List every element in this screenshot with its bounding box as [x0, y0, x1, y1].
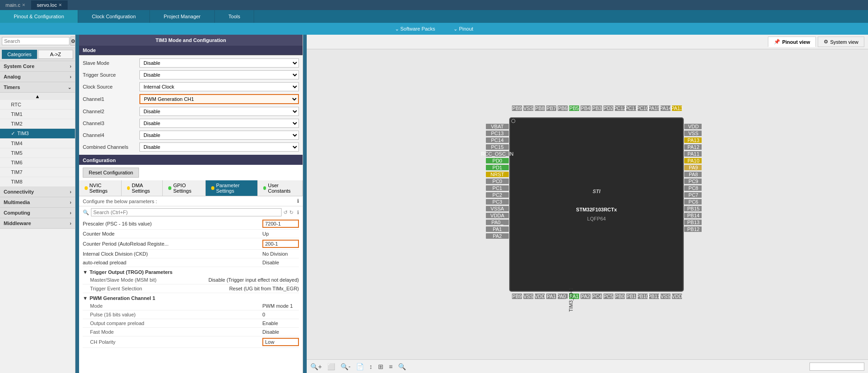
sidebar-item-tim6[interactable]: TIM6 [0, 158, 75, 168]
file-tab-servo[interactable]: servo.loc ✕ [31, 0, 68, 10]
counter-mode-value[interactable]: Up [262, 231, 299, 236]
software-packs-btn[interactable]: ⌄ Software Packs [395, 26, 435, 32]
pwm-mode-value[interactable]: PWM mode 1 [262, 303, 299, 309]
params-search-input[interactable] [91, 208, 282, 216]
reset-config-button[interactable]: Reset Configuration [83, 168, 139, 178]
tab-pinout-config[interactable]: Pinout & Configuration [0, 10, 78, 23]
connectivity-header[interactable]: Connectivity › [0, 187, 75, 197]
slave-mode-select[interactable]: Disable [139, 58, 299, 68]
info-icon[interactable]: ℹ [297, 198, 299, 204]
combined-channels-select[interactable]: Disable [139, 142, 299, 152]
tab-pinout-view[interactable]: 📌 Pinout view [768, 37, 816, 47]
list-icon[interactable]: ≡ [389, 363, 393, 370]
oc-preload-value[interactable]: Enable [262, 320, 299, 326]
counter-period-value[interactable]: 200-1 [262, 240, 299, 248]
tab-nvic[interactable]: NVIC Settings [79, 180, 122, 196]
sidebar-item-tim4[interactable]: TIM4 [0, 139, 75, 148]
svg-text:PA13: PA13 [671, 105, 683, 111]
fast-mode-value[interactable]: Disable [262, 329, 299, 335]
trigger-source-select[interactable]: Disable [139, 70, 299, 79]
middleware-header[interactable]: Middleware › [0, 218, 75, 229]
counter-mode-label: Counter Mode [83, 231, 262, 236]
svg-text:PC12: PC12 [613, 105, 626, 111]
analog-header[interactable]: Analog › [0, 72, 75, 82]
chip-search-input[interactable] [809, 362, 864, 371]
msm-value[interactable]: Disable (Trigger input effect not delaye… [208, 277, 299, 283]
sidebar-header: Categories A->Z [0, 48, 75, 61]
computing-header[interactable]: Computing › [0, 208, 75, 218]
zoom-out-icon[interactable]: 🔍- [341, 363, 351, 370]
svg-text:VSS: VSS [660, 294, 671, 299]
section-pwm-ch1[interactable]: ▼ PWM Generation Channel 1 [83, 293, 299, 302]
pinout-btn[interactable]: ⌄ Pinout [453, 26, 473, 32]
channel1-select[interactable]: PWM Generation CH1 [139, 94, 299, 104]
ckd-value[interactable]: No Division [262, 251, 299, 257]
multimedia-header[interactable]: Multimedia › [0, 197, 75, 208]
svg-text:VDD: VDD [671, 294, 682, 299]
tab-parameter[interactable]: Parameter Settings [206, 180, 258, 196]
prescaler-value[interactable]: 7200-1 [262, 220, 299, 228]
close-icon[interactable]: ✕ [59, 3, 62, 7]
pulse-value[interactable]: 0 [262, 312, 299, 317]
svg-text:PB10: PB10 [637, 294, 649, 299]
svg-text:PB11: PB11 [648, 294, 660, 299]
svg-text:PB15: PB15 [687, 206, 700, 211]
section-middleware: Middleware › [0, 218, 75, 229]
channel3-select[interactable]: Disable [139, 119, 299, 128]
channel2-select[interactable]: Disable [139, 107, 299, 116]
close-icon[interactable]: ✕ [22, 3, 26, 7]
svg-text:PC14: PC14 [491, 137, 504, 143]
tab-gpio[interactable]: GPIO Settings [163, 180, 206, 196]
config-content: Reset Configuration NVIC Settings DMA Se… [79, 165, 303, 373]
divider-center-right[interactable] [303, 35, 307, 373]
timers-header[interactable]: Timers ⌄ [0, 82, 75, 93]
sidebar-item-tim5[interactable]: TIM5 [0, 148, 75, 158]
scroll-up-icon[interactable]: ▲ [0, 93, 75, 100]
svg-text:NRST: NRST [490, 172, 504, 177]
trgo-value[interactable]: Reset (UG bit from TIMx_EGR) [229, 286, 299, 291]
gear-icon[interactable]: ⚙ [70, 37, 75, 46]
system-core-header[interactable]: System Core › [0, 61, 75, 72]
tab-dma[interactable]: DMA Settings [122, 180, 163, 196]
svg-text:PB9: PB9 [512, 294, 522, 299]
az-btn[interactable]: A->Z [38, 50, 73, 59]
search2-icon[interactable]: 🔍 [398, 363, 406, 370]
file-tab-main[interactable]: main.c ✕ [0, 0, 31, 10]
grid-icon[interactable]: ⊞ [378, 363, 383, 370]
svg-text:PB9: PB9 [512, 105, 522, 111]
sidebar-item-rtc[interactable]: RTC [0, 100, 75, 110]
next-search-icon[interactable]: ↻ [289, 210, 293, 215]
sidebar-item-tim1[interactable]: TIM1 [0, 110, 75, 119]
tab-system-view[interactable]: ⚙ System view [818, 37, 864, 47]
sidebar-item-tim8[interactable]: TIM8 [0, 177, 75, 187]
param-fast-mode: Fast Mode Disable [83, 328, 299, 336]
zoom-in-icon[interactable]: 🔍+ [310, 363, 322, 370]
categories-btn[interactable]: Categories [2, 50, 37, 59]
svg-text:VBAT: VBAT [491, 124, 504, 129]
svg-text:PC10: PC10 [636, 105, 649, 111]
tab-project-manager[interactable]: Project Manager [150, 10, 215, 23]
divider-sidebar-center[interactable] [75, 35, 79, 373]
sidebar-item-tim2[interactable]: TIM2 [0, 119, 75, 129]
ch-polarity-value[interactable]: Low [262, 338, 299, 346]
tab-clock-config[interactable]: Clock Configuration [78, 10, 150, 23]
reset-search-icon[interactable]: ↺ [283, 210, 288, 215]
param-pwm-mode: Mode PWM mode 1 [83, 302, 299, 310]
section-trgo[interactable]: ▼ Trigger Output (TRGO) Parameters [83, 267, 299, 276]
sidebar-item-tim7[interactable]: TIM7 [0, 168, 75, 177]
fit-screen-icon[interactable]: ⬜ [327, 363, 335, 370]
params-search-row: 🔍 ↺ ↻ ℹ [83, 208, 299, 216]
tab-tools[interactable]: Tools [215, 10, 255, 23]
autoreload-value[interactable]: Disable [262, 260, 299, 265]
help-icon[interactable]: ℹ [297, 210, 299, 215]
ckd-label: Internal Clock Division (CKD) [83, 251, 262, 257]
svg-text:PC3: PC3 [492, 199, 502, 205]
section-system-core: System Core › [0, 61, 75, 72]
rotate-icon[interactable]: ↕ [369, 363, 373, 370]
clock-source-select[interactable]: Internal Clock [139, 82, 299, 91]
sidebar-search-input[interactable] [2, 37, 69, 45]
channel4-select[interactable]: Disable [139, 131, 299, 140]
tab-user-constants[interactable]: User Constants [258, 180, 303, 196]
sidebar-item-tim3[interactable]: ✓ TIM3 [0, 129, 75, 139]
export-icon[interactable]: 📄 [356, 363, 364, 370]
